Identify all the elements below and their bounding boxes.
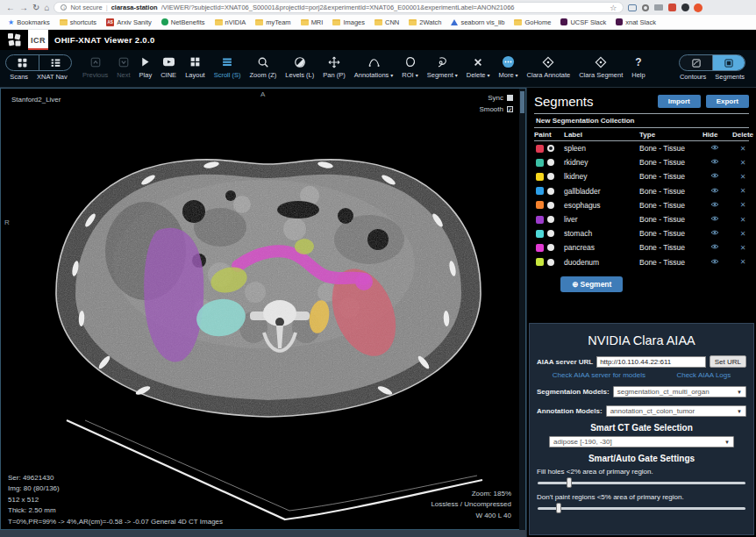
color-swatch[interactable] — [536, 258, 544, 266]
table-row[interactable]: spleen Bone - Tissue ✕ — [534, 141, 749, 155]
tool-annotations[interactable]: Annotations▾ — [351, 54, 397, 79]
delete-x-icon[interactable]: ✕ — [727, 173, 756, 181]
check-models-link[interactable]: Check AIAA server for models — [553, 371, 645, 379]
bookmark-item[interactable]: shortcuts — [60, 18, 96, 26]
color-swatch[interactable] — [536, 187, 544, 195]
bookmark-star-icon[interactable]: ☆ — [610, 4, 617, 12]
tool-delete[interactable]: Delete▾ — [463, 54, 494, 79]
server-url-input[interactable] — [596, 356, 706, 368]
color-swatch[interactable] — [536, 159, 544, 167]
paint-radio[interactable] — [547, 188, 554, 195]
color-swatch[interactable] — [536, 173, 544, 181]
paint-radio[interactable] — [547, 173, 554, 180]
reload-icon[interactable]: ↻ — [32, 4, 39, 12]
back-icon[interactable]: ← — [6, 4, 15, 12]
sync-checkbox[interactable] — [507, 95, 513, 101]
import-button[interactable]: Import — [658, 95, 701, 108]
delete-x-icon[interactable]: ✕ — [727, 258, 756, 266]
scans-toggle-button[interactable] — [6, 55, 39, 70]
slider-track[interactable] — [538, 507, 745, 510]
tool-zoom[interactable]: Zoom (Z) — [246, 54, 281, 79]
url-field[interactable]: i Not secure | clarasa-station /VIEWER/?… — [53, 2, 624, 13]
tool-clara-annotate[interactable]: Clara Annotate — [524, 54, 574, 79]
color-swatch[interactable] — [536, 201, 544, 209]
paint-radio[interactable] — [547, 244, 554, 251]
delete-x-icon[interactable]: ✕ — [727, 145, 756, 153]
segmentation-model-select[interactable]: segmentation_ct_multi_organ ▼ — [613, 386, 746, 397]
smooth-checkbox[interactable]: ✓ — [507, 106, 513, 112]
tool-levels[interactable]: Levels (L) — [282, 54, 317, 79]
bookmark-item[interactable]: ★Bookmarks — [8, 18, 50, 26]
color-swatch[interactable] — [536, 230, 544, 238]
segments-toggle-button[interactable] — [712, 55, 745, 70]
check-logs-link[interactable]: Check AIAA Logs — [676, 371, 731, 379]
hide-eye-icon[interactable] — [703, 187, 727, 196]
tool-previous[interactable]: Previous — [79, 54, 111, 79]
forward-icon[interactable]: → — [19, 4, 28, 12]
paint-radio[interactable] — [547, 202, 554, 209]
bookmark-item[interactable]: Images — [332, 18, 365, 26]
bookmark-item[interactable]: CNN — [374, 18, 399, 26]
delete-x-icon[interactable]: ✕ — [727, 244, 756, 252]
table-row[interactable]: pancreas Bone - Tissue ✕ — [534, 240, 749, 254]
table-row[interactable]: rkidney Bone - Tissue ✕ — [534, 155, 749, 169]
home-icon[interactable]: ⌂ — [44, 4, 49, 12]
color-swatch[interactable] — [536, 244, 544, 252]
hide-eye-icon[interactable] — [703, 144, 727, 153]
bookmark-item[interactable]: 2Watch — [409, 18, 441, 26]
export-button[interactable]: Export — [706, 95, 749, 108]
ct-viewport[interactable]: Stanford2_Liver A R Sync Smooth ✓ Ser: 4… — [0, 88, 526, 530]
bookmark-item[interactable]: Arxiv Sanity — [106, 18, 152, 26]
tool-cine[interactable]: CINE — [157, 54, 180, 79]
bookmark-item[interactable]: nVIDIA — [215, 18, 246, 26]
paint-radio[interactable] — [547, 216, 554, 223]
hide-eye-icon[interactable] — [703, 258, 727, 267]
bookmark-item[interactable]: GoHome — [514, 18, 551, 26]
avatar-icon[interactable] — [681, 4, 689, 12]
contours-toggle-button[interactable] — [680, 55, 712, 70]
sync-option[interactable]: Sync — [479, 92, 513, 104]
paint-radio[interactable] — [547, 259, 554, 266]
tool-clara-segment[interactable]: Clara Segment — [575, 54, 626, 79]
delete-x-icon[interactable]: ✕ — [727, 230, 756, 238]
table-row[interactable]: liver Bone - Tissue ✕ — [534, 212, 749, 226]
hide-eye-icon[interactable] — [703, 215, 727, 224]
table-row[interactable]: lkidney Bone - Tissue ✕ — [534, 169, 749, 183]
slider-thumb[interactable] — [556, 503, 561, 513]
bookmark-item[interactable]: NetBenefits — [161, 18, 205, 26]
hide-eye-icon[interactable] — [703, 158, 727, 167]
hide-eye-icon[interactable] — [703, 229, 727, 238]
bookmark-item[interactable]: xnat Slack — [616, 18, 656, 26]
circle-extension-icon[interactable] — [641, 4, 650, 12]
tool-layout[interactable]: Layout — [182, 54, 209, 79]
info-icon[interactable]: i — [61, 4, 67, 11]
delete-x-icon[interactable]: ✕ — [727, 187, 756, 195]
tool-help[interactable]: ? Help — [628, 54, 648, 79]
red-extension-icon[interactable] — [667, 4, 676, 12]
tool-scroll[interactable]: Scroll (S) — [210, 54, 245, 79]
bookmark-item[interactable]: MRI — [301, 18, 324, 26]
viewport-scrollbar[interactable] — [519, 89, 525, 530]
bookmark-item[interactable]: myTeam — [255, 18, 290, 26]
color-swatch[interactable] — [536, 216, 544, 224]
tool-segment[interactable]: Segment▾ — [424, 54, 461, 79]
color-swatch[interactable] — [536, 145, 544, 153]
screenshot-extension-icon[interactable] — [654, 4, 663, 12]
slider-thumb[interactable] — [567, 477, 572, 488]
bookmark-item[interactable]: seaborn vis_lib — [451, 18, 504, 26]
fill-holes-slider[interactable] — [538, 477, 745, 489]
hide-eye-icon[interactable] — [703, 172, 727, 181]
paint-radio[interactable] — [547, 230, 554, 237]
add-segment-button[interactable]: ⊕ Segment — [560, 276, 623, 292]
tool-pan[interactable]: Pan (P) — [319, 54, 348, 79]
table-row[interactable]: esophagus Bone - Tissue ✕ — [534, 198, 749, 212]
table-row[interactable]: duodenum Bone - Tissue ✕ — [534, 255, 749, 269]
set-url-button[interactable]: Set URL — [710, 355, 746, 368]
hide-eye-icon[interactable] — [703, 243, 727, 252]
table-row[interactable]: gallbladder Bone - Tissue ✕ — [534, 184, 749, 198]
gate-select[interactable]: adipose [-190, -30] ▼ — [549, 436, 734, 448]
tool-more[interactable]: More▾ — [495, 54, 521, 79]
xnat-nav-toggle-button[interactable] — [39, 55, 71, 70]
scrollbar-thumb[interactable] — [520, 91, 524, 113]
delete-x-icon[interactable]: ✕ — [727, 216, 756, 224]
